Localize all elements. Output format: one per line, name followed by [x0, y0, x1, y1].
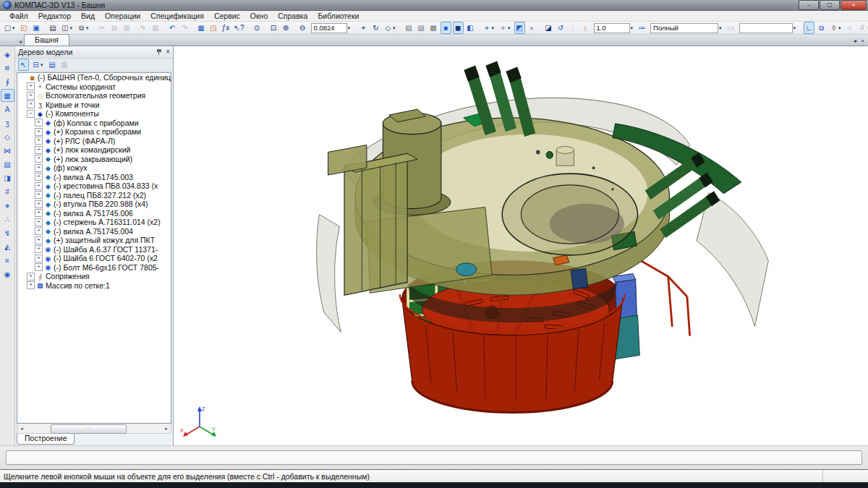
panel-collaboration-button[interactable]: ◉	[1, 267, 14, 281]
tree-expand-toggle[interactable]: +	[27, 100, 35, 108]
tree-item-component[interactable]: + ◆ (-) стержень А.716311.014 (х2)	[17, 218, 171, 227]
tree-horizontal-scrollbar[interactable]: ◂ ⋯ ▸	[17, 424, 171, 434]
panel-points-button[interactable]: ∴	[1, 213, 14, 226]
panel-measure-button[interactable]: ⋈	[1, 144, 14, 157]
local-csys-button[interactable]: ∟	[804, 22, 814, 34]
shaded-button[interactable]: ■	[441, 22, 451, 34]
tree-item-root[interactable]: ◙ (-) БАШНЯ (Тел-0, Сборочных единиц	[17, 73, 171, 82]
tree-panel-close-button[interactable]: ×	[166, 48, 170, 56]
close-button[interactable]: ×	[841, 0, 867, 10]
tree-expand-toggle[interactable]: +	[35, 119, 43, 127]
zoom-window-button[interactable]: ⊡	[268, 22, 279, 34]
panel-specification-button[interactable]: ▤	[1, 158, 14, 171]
detail-mode-combo[interactable]: Полный ▾	[649, 22, 724, 34]
round-off-button[interactable]: ○	[845, 22, 856, 34]
menu-file[interactable]: Файл	[4, 12, 33, 20]
menu-libraries[interactable]: Библиотеки	[312, 12, 364, 20]
rotate-button[interactable]: ↻	[370, 22, 381, 34]
tree-expand-toggle[interactable]: +	[35, 236, 43, 244]
select-component-button[interactable]: ◩	[514, 22, 525, 34]
tree-expand-toggle[interactable]: +	[35, 164, 43, 172]
variables-window-button[interactable]: ▦	[196, 22, 207, 34]
panel-mates-button[interactable]: ∮	[1, 75, 14, 88]
tree-expand-toggle[interactable]: +	[35, 218, 43, 226]
tree-expand-toggle[interactable]: +	[27, 92, 35, 100]
panel-bodies-button[interactable]: ⧈	[1, 61, 14, 74]
paste-button[interactable]: ⊞	[122, 22, 132, 34]
panel-layers-button[interactable]: ≡	[1, 254, 14, 267]
copy-button[interactable]: ⧉	[109, 22, 120, 34]
tree-expand-toggle[interactable]: +	[27, 281, 35, 289]
tree-item-fastener[interactable]: + ◉ (-) Шайба А.6.37 ГОСТ 11371-	[17, 245, 171, 254]
panel-gears-button[interactable]: ∗	[1, 199, 14, 212]
save-button[interactable]: ▣	[31, 22, 42, 34]
zoom-selected-button[interactable]: ⊙	[252, 22, 263, 34]
hidden-lines-thin-button[interactable]: ▩	[428, 22, 439, 34]
tree-item-component[interactable]: + ◆ (+) Корзина с приборами	[17, 127, 171, 137]
model-right-railing[interactable]	[641, 261, 689, 336]
insert-object-button[interactable]: ⧉ ▾	[76, 22, 91, 34]
tree-item-fastener[interactable]: + ◉ (-) Шайба 6 ГОСТ 6402-70 (х2	[17, 254, 171, 263]
section-display-button[interactable]: ◪	[543, 22, 554, 34]
hidden-lines-button[interactable]: ▨	[416, 22, 427, 34]
tree-item-component[interactable]: + ◆ (+) защитный кожух для ПКТ	[17, 236, 171, 245]
dimension-scale-button[interactable]: ↕	[580, 22, 591, 34]
copy-properties-button[interactable]: ✎	[138, 22, 149, 34]
tree-item-component[interactable]: + ◆ (ф) Колпак с приборами	[17, 119, 171, 128]
layers-button[interactable]: ▭	[726, 22, 736, 34]
scrollbar-track[interactable]: ⋯	[26, 424, 162, 432]
menu-operations[interactable]: Операции	[100, 12, 145, 20]
menu-window[interactable]: Окно	[245, 12, 273, 20]
maximize-button[interactable]: ▢	[820, 0, 840, 10]
zoom-scale-combo[interactable]: 0.0824 ▾	[310, 22, 353, 34]
print-preview-button[interactable]: ◫ ▾	[60, 22, 75, 34]
tree-item-component[interactable]: + ◆ (+) люк командирский	[17, 145, 171, 155]
scroll-right-arrow-icon[interactable]: ▸	[162, 426, 171, 432]
zoom-in-button[interactable]: ⊕	[281, 22, 292, 34]
orientation-button[interactable]: ◇ ▾	[383, 22, 398, 34]
open-button[interactable]: ◰	[19, 22, 30, 34]
detail-mode-button[interactable]: ≔	[637, 22, 647, 34]
document-tab-bashnya[interactable]: Башня	[24, 34, 69, 46]
simplified-button[interactable]: ◧	[465, 22, 476, 34]
tab-scroll-left-button[interactable]: ◂	[19, 38, 24, 46]
tab-close-button[interactable]: ×	[861, 38, 868, 46]
menu-help[interactable]: Справка	[273, 12, 312, 20]
tree-expand-toggle[interactable]: +	[35, 263, 43, 271]
tree-item-component[interactable]: + ◆ (-) втулка ПБ8.220.988 (х4)	[17, 200, 171, 209]
tree-expand-toggle[interactable]: +	[35, 227, 43, 235]
tree-item-component[interactable]: + ◆ (-) вилка А.751745.006	[17, 209, 171, 218]
tab-postroenie[interactable]: Построение	[17, 434, 75, 445]
shaded-with-edges-button[interactable]: ◼	[453, 22, 464, 34]
tree-item-curves-points[interactable]: + ʒ Кривые и точки	[17, 100, 171, 110]
panel-spatial-curves-button[interactable]: ʒ	[1, 116, 14, 129]
tree-expand-toggle[interactable]: +	[35, 137, 43, 145]
erase-button[interactable]: ◊ ▾	[828, 22, 843, 34]
panel-auxiliary-geometry-button[interactable]: A	[1, 103, 14, 116]
layer-combo[interactable]: ▾	[738, 22, 799, 34]
menu-view[interactable]: Вид	[76, 12, 100, 20]
turret-3d-model[interactable]	[174, 46, 868, 445]
tree-expand-toggle[interactable]: +	[35, 254, 43, 262]
print-button[interactable]: ▤	[48, 22, 59, 34]
filter-faces-button[interactable]: ⌖ ▾	[482, 22, 497, 34]
tree-item-component[interactable]: + ◆ (-) палец ПБ8.327.212 (х2)	[17, 191, 171, 200]
menu-specification[interactable]: Спецификация	[145, 12, 209, 20]
menu-editor[interactable]: Редактор	[33, 12, 76, 20]
tree-expand-toggle[interactable]: +	[35, 200, 43, 208]
grid-button[interactable]: # ▾	[857, 22, 868, 34]
panel-surfaces-button[interactable]: ◇	[1, 130, 14, 143]
zoom-out-button[interactable]: ⊖	[297, 22, 308, 34]
scale-combo[interactable]: 1.0 ▾	[592, 22, 636, 34]
viewport-3d[interactable]: Z X Y	[174, 46, 868, 445]
tree-composition-button[interactable]: ▤	[47, 59, 58, 71]
tree-item-grid-array[interactable]: + ▦ Массив по сетке:1	[17, 281, 171, 291]
tree-expand-toggle[interactable]: +	[35, 182, 43, 190]
tree-item-component[interactable]: + ◆ (ф) кожух	[17, 163, 171, 173]
undo-button[interactable]: ↶	[167, 22, 178, 34]
object-properties-button[interactable]: ▥	[150, 22, 161, 34]
wireframe-button[interactable]: ▧	[404, 22, 414, 34]
scrollbar-thumb[interactable]: ⋯	[51, 424, 127, 434]
tree-expand-toggle[interactable]: +	[35, 209, 43, 217]
tree-item-coordinate-systems[interactable]: + ⌖ Системы координат	[17, 82, 171, 92]
